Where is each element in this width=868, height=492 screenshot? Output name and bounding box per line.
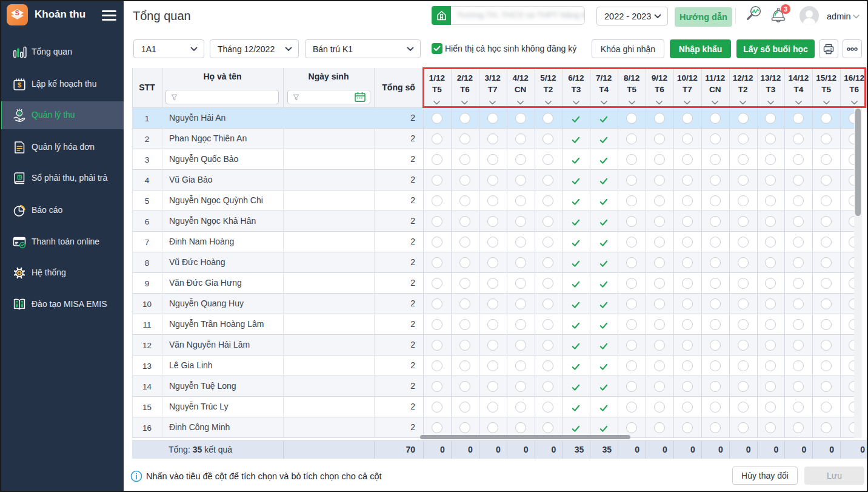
svg-text:$: $ bbox=[18, 110, 21, 116]
svg-text:$: $ bbox=[18, 81, 21, 89]
svg-text:$: $ bbox=[18, 175, 21, 180]
svg-text:S: S bbox=[15, 9, 19, 16]
